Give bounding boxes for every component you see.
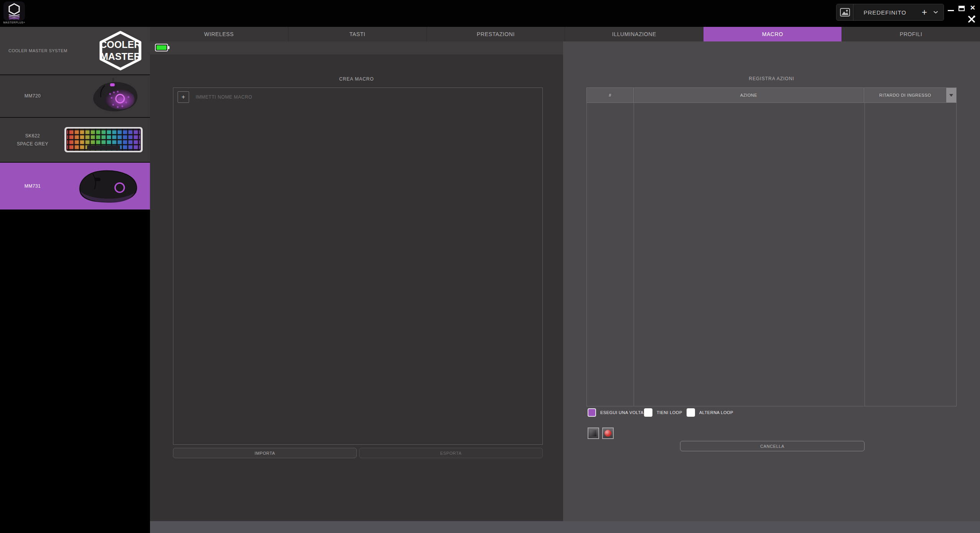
checkbox-tieni-loop[interactable] [644, 408, 652, 417]
record-icon [604, 430, 611, 437]
clear-button[interactable]: CANCELLA [680, 441, 865, 451]
device-name: MM720 [0, 75, 65, 117]
checkbox-alterna-loop[interactable] [687, 408, 695, 417]
system-label: COOLER MASTER SYSTEM [8, 27, 68, 74]
macro-list-box: + [173, 87, 543, 445]
mm731-image [73, 163, 144, 210]
actions-table-header: # AZIONE RITARDO DI INGRESSO [586, 87, 957, 103]
tab-profili[interactable]: PROFILI [842, 27, 980, 41]
device-sidebar: COOLER MASTER SYSTEM COOLER MASTER MM720 [0, 27, 150, 533]
column-header-index: # [587, 88, 634, 102]
app-name: MASTERPLUS+ [0, 21, 28, 24]
option-label: TIENI LOOP [657, 410, 682, 415]
masterplus-hexagon-icon [6, 3, 23, 20]
cooler-master-logo: COOLER MASTER [97, 27, 144, 74]
add-macro-button[interactable]: + [178, 91, 189, 103]
bottom-strip [150, 521, 980, 533]
tab-prestazioni[interactable]: PRESTAZIONI [427, 27, 565, 41]
tab-wireless[interactable]: WIRELESS [150, 27, 288, 41]
option-label: ESEGUI UNA VOLTA [600, 410, 644, 415]
mm720-image [75, 75, 144, 117]
option-esegui-una-volta[interactable]: ESEGUI UNA VOLTA [588, 408, 644, 417]
sidebar-item-sk622[interactable]: SK622 SPACE GREY [0, 118, 150, 163]
triangle-down-icon [949, 94, 953, 97]
svg-text:MASTER: MASTER [100, 51, 141, 62]
option-alterna-loop[interactable]: ALTERNA LOOP [687, 408, 733, 417]
add-profile-button[interactable]: + [917, 5, 932, 20]
tools-button[interactable] [967, 15, 976, 24]
checkbox-esegui-una-volta[interactable] [588, 408, 596, 417]
record-actions-panel: REGISTRA AZIONI # AZIONE RITARDO DI INGR… [563, 41, 980, 533]
masterplus-logo-icon[interactable] [3, 2, 25, 21]
tools-icon [967, 15, 976, 24]
device-name: SK622 SPACE GREY [0, 118, 65, 162]
window-maximize-button[interactable] [959, 6, 965, 11]
profile-dropdown-button[interactable] [932, 11, 944, 14]
active-profile-name[interactable]: PREDEFINITO [853, 9, 917, 16]
battery-nub [168, 46, 170, 49]
record-button[interactable] [602, 427, 614, 439]
tab-macro[interactable]: MACRO [703, 27, 842, 41]
delay-column-dropdown-button[interactable] [946, 88, 956, 102]
chevron-down-icon [933, 11, 938, 14]
macro-name-input[interactable] [196, 91, 533, 103]
tab-tasti[interactable]: TASTI [288, 27, 427, 41]
window-close-button[interactable]: ✕ [970, 4, 975, 12]
stop-recording-button[interactable] [588, 427, 599, 439]
actions-table-body[interactable] [586, 103, 957, 406]
profile-switcher: PREDEFINITO + [836, 4, 944, 21]
sidebar-item-cooler-master-system[interactable]: COOLER MASTER SYSTEM COOLER MASTER [0, 27, 150, 75]
macro-panel: CREA MACRO + IMPORTA ESPORTA treme HARDW… [150, 54, 563, 521]
battery-strip [150, 41, 563, 54]
battery-fill [156, 45, 166, 50]
column-divider [865, 103, 865, 406]
column-header-action: AZIONE [634, 88, 864, 102]
column-divider [634, 103, 634, 406]
tab-bar: WIRELESS TASTI PRESTAZIONI ILLUMINAZIONE… [150, 27, 980, 41]
image-icon [840, 8, 850, 17]
macro-panel-title: CREA MACRO [150, 76, 563, 82]
option-tieni-loop[interactable]: TIENI LOOP [644, 408, 682, 417]
sidebar-item-mm731[interactable]: MM731 [0, 163, 150, 210]
export-button[interactable]: ESPORTA [359, 448, 543, 458]
sk622-image [63, 118, 144, 162]
battery-icon [155, 44, 168, 51]
column-header-delay: RITARDO DI INGRESSO [864, 88, 946, 102]
tab-illuminazione[interactable]: ILLUMINAZIONE [565, 27, 703, 41]
stop-icon [590, 430, 596, 436]
option-label: ALTERNA LOOP [699, 410, 733, 415]
window-minimize-button[interactable] [948, 10, 954, 11]
actions-panel-title: REGISTRA AZIONI [563, 76, 980, 81]
svg-text:COOLER: COOLER [100, 39, 141, 50]
device-name: MM731 [0, 163, 65, 210]
profile-image-button[interactable] [837, 4, 853, 20]
sidebar-item-mm720[interactable]: MM720 [0, 75, 150, 118]
title-bar: MASTERPLUS+ PREDEFINITO + ✕ [0, 0, 980, 27]
import-button[interactable]: IMPORTA [173, 448, 357, 458]
actions-table: # AZIONE RITARDO DI INGRESSO [586, 87, 957, 406]
